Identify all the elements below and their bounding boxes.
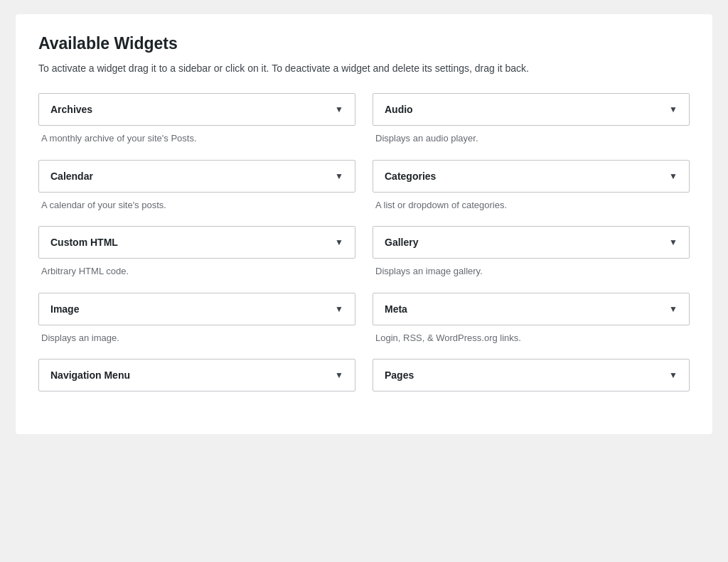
widget-cell-gallery: Gallery▼Displays an image gallery. — [373, 226, 690, 290]
widget-box-custom-html[interactable]: Custom HTML▼ — [38, 226, 355, 259]
widget-name-navigation-menu: Navigation Menu — [50, 369, 130, 381]
chevron-down-icon: ▼ — [335, 104, 343, 114]
widget-box-image[interactable]: Image▼ — [38, 293, 355, 325]
widget-box-calendar[interactable]: Calendar▼ — [38, 160, 355, 193]
widget-cell-audio: Audio▼Displays an audio player. — [373, 93, 690, 157]
widget-description-pages — [373, 391, 690, 409]
widget-box-audio[interactable]: Audio▼ — [373, 93, 690, 126]
widget-description-archives: A monthly archive of your site's Posts. — [38, 126, 355, 157]
widgets-panel: Available Widgets To activate a widget d… — [16, 14, 712, 434]
chevron-down-icon: ▼ — [669, 171, 678, 181]
widget-cell-navigation-menu: Navigation Menu▼ — [38, 359, 355, 409]
chevron-down-icon: ▼ — [335, 171, 343, 181]
chevron-down-icon: ▼ — [669, 370, 678, 380]
widget-description-navigation-menu — [38, 391, 355, 409]
chevron-down-icon: ▼ — [335, 304, 343, 314]
widget-description-audio: Displays an audio player. — [373, 126, 690, 157]
page-title: Available Widgets — [38, 34, 690, 53]
widget-description-categories: A list or dropdown of categories. — [373, 193, 690, 224]
widget-name-calendar: Calendar — [50, 171, 93, 182]
chevron-down-icon: ▼ — [335, 370, 343, 380]
widget-cell-pages: Pages▼ — [373, 359, 690, 409]
widget-cell-meta: Meta▼Login, RSS, & WordPress.org links. — [373, 293, 690, 357]
widget-box-categories[interactable]: Categories▼ — [373, 160, 690, 193]
widget-box-pages[interactable]: Pages▼ — [373, 359, 690, 391]
widget-name-gallery: Gallery — [385, 237, 418, 248]
widgets-grid: Archives▼A monthly archive of your site'… — [38, 93, 690, 411]
chevron-down-icon: ▼ — [335, 237, 343, 247]
page-description: To activate a widget drag it to a sideba… — [38, 60, 650, 76]
widget-name-meta: Meta — [385, 303, 407, 315]
widget-cell-image: Image▼Displays an image. — [38, 293, 355, 357]
widget-cell-categories: Categories▼A list or dropdown of categor… — [373, 160, 690, 224]
widget-box-meta[interactable]: Meta▼ — [373, 293, 690, 325]
widget-name-audio: Audio — [385, 104, 413, 115]
widget-box-gallery[interactable]: Gallery▼ — [373, 226, 690, 259]
widget-description-calendar: A calendar of your site's posts. — [38, 193, 355, 224]
widget-name-archives: Archives — [50, 104, 92, 115]
widget-description-gallery: Displays an image gallery. — [373, 259, 690, 290]
widget-description-meta: Login, RSS, & WordPress.org links. — [373, 325, 690, 357]
widget-box-navigation-menu[interactable]: Navigation Menu▼ — [38, 359, 355, 391]
widget-name-pages: Pages — [385, 369, 414, 381]
widget-cell-archives: Archives▼A monthly archive of your site'… — [38, 93, 355, 157]
widget-box-archives[interactable]: Archives▼ — [38, 93, 355, 126]
widget-description-custom-html: Arbitrary HTML code. — [38, 259, 355, 290]
chevron-down-icon: ▼ — [669, 237, 678, 247]
widget-description-image: Displays an image. — [38, 325, 355, 357]
widget-name-categories: Categories — [385, 171, 436, 182]
widget-cell-custom-html: Custom HTML▼Arbitrary HTML code. — [38, 226, 355, 290]
widget-name-custom-html: Custom HTML — [50, 237, 118, 248]
chevron-down-icon: ▼ — [669, 304, 678, 314]
widget-cell-calendar: Calendar▼A calendar of your site's posts… — [38, 160, 355, 224]
chevron-down-icon: ▼ — [669, 104, 678, 114]
widget-name-image: Image — [50, 303, 79, 315]
